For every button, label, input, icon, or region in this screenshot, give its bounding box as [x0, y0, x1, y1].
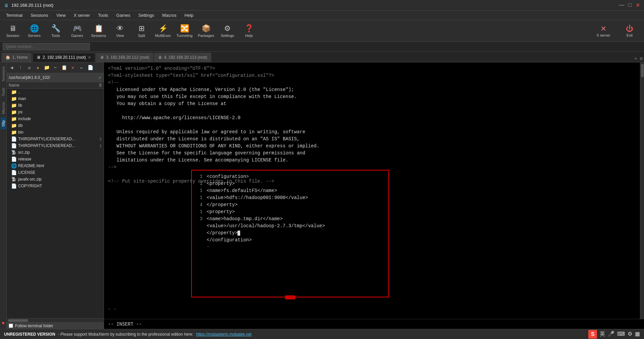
list-item[interactable]: 🗜 src.zip: [7, 149, 104, 156]
fp-rename-button[interactable]: ✏: [78, 64, 85, 71]
toolbar-view[interactable]: 👁 View: [110, 21, 130, 40]
mic-icon[interactable]: 🎤: [608, 331, 614, 338]
fp-folder-button[interactable]: 📁: [43, 64, 50, 71]
list-item[interactable]: 📁 lib: [7, 102, 104, 109]
right-scrollbar[interactable]: [640, 62, 644, 319]
menu-games[interactable]: Games: [113, 12, 134, 18]
toolbar-split[interactable]: ⊞ Split: [131, 21, 152, 40]
list-item[interactable]: 📁 include: [7, 115, 104, 122]
toolbar-sessions[interactable]: 📋 Sessions: [89, 21, 109, 40]
xserver-label: X server: [597, 33, 610, 37]
tab-ssh3-icon: 🖥: [158, 55, 162, 60]
list-item[interactable]: 📁 db: [7, 122, 104, 129]
menu-sessions[interactable]: Sessions: [27, 12, 52, 18]
term-line-15: -->: [108, 164, 116, 170]
close-button[interactable]: ✕: [636, 2, 640, 8]
main-layout: Sessions Tools Macros Sftp ● ◀ ↑ ↺ ★ 📁 ✂…: [0, 62, 644, 329]
unregistered-label: UNREGISTERED VERSION: [4, 332, 55, 337]
toolbar-exit[interactable]: ⏻ Exit: [618, 21, 641, 40]
menu-terminal[interactable]: Terminal: [3, 12, 26, 18]
maximize-button[interactable]: □: [628, 2, 632, 8]
tab-ssh2[interactable]: 🖥 3. 192.168.20.112 (root): [96, 53, 153, 62]
toolbar-xserver[interactable]: ✕ X server: [592, 21, 615, 40]
h-scrollbar[interactable]: [7, 318, 104, 322]
tab-ssh3[interactable]: 🖥 4. 192.168.20.113 (root): [154, 53, 211, 62]
list-item[interactable]: 🌐 README.html: [7, 162, 104, 169]
fp-up-button[interactable]: ↑: [17, 64, 24, 71]
menu-tools[interactable]: Tools: [95, 12, 111, 18]
menu-help[interactable]: Help: [181, 12, 197, 18]
toolbar-help[interactable]: ❓ Help: [239, 21, 259, 40]
file-name: db: [18, 123, 90, 128]
path-check-button[interactable]: ✓: [98, 74, 102, 81]
side-tab-sftp[interactable]: Sftp: [1, 117, 6, 130]
xserver-icon: ✕: [600, 25, 606, 33]
file-name: README.html: [18, 163, 90, 168]
list-item[interactable]: 📁 ..: [7, 89, 104, 95]
list-item[interactable]: 📄 THIRDPARTYLICENSEREAD... 1: [7, 142, 104, 149]
split-icon: ⊞: [139, 24, 145, 33]
list-item[interactable]: 📁 man: [7, 95, 104, 102]
toolbar-settings[interactable]: ⚙ Settings: [217, 21, 237, 40]
list-item[interactable]: 📁 jre: [7, 109, 104, 115]
terminal-area[interactable]: <?xml version="1.0" encoding="UTF-8"?> <…: [104, 62, 644, 329]
menu-macros[interactable]: Macros: [159, 12, 180, 18]
side-tab-tools[interactable]: Tools: [1, 85, 6, 99]
list-item[interactable]: 🗜 javafx-src.zip: [7, 176, 104, 183]
toolbar-servers[interactable]: 🌐 Servers: [24, 21, 44, 40]
file-name: src.zip: [18, 150, 90, 155]
toolbar-games[interactable]: 🎮 Games: [67, 21, 87, 40]
side-tab-indicator[interactable]: ●: [2, 320, 5, 326]
tab-options-button[interactable]: ⚙: [640, 56, 643, 61]
term-line-8: http://www.apache.org/licenses/LICENSE-2…: [108, 115, 240, 120]
fp-copy-button[interactable]: 📋: [60, 64, 68, 71]
tools-icon: 🔧: [51, 24, 60, 33]
toolbar-packages[interactable]: 📦 Packages: [196, 21, 216, 40]
tab-ssh1[interactable]: 🖥 2. 192.168.20.111 (root) ✕: [32, 53, 95, 62]
file-panel-bottom: Follow terminal folder: [7, 322, 104, 329]
menu-view[interactable]: View: [53, 12, 69, 18]
new-tab-button[interactable]: +: [634, 56, 637, 61]
term-line-2: <?xml-stylesheet type="text/xsl" href="c…: [108, 73, 274, 78]
fp-cut-button[interactable]: ✂: [52, 64, 59, 71]
follow-terminal-checkbox[interactable]: [9, 324, 13, 328]
term-line-4: Licensed under the Apache License, Versi…: [108, 87, 294, 92]
list-item[interactable]: 📄 COPYRIGHT: [7, 183, 104, 189]
grid-icon[interactable]: ▦: [635, 331, 640, 338]
list-item[interactable]: 📄 LICENSE: [7, 169, 104, 176]
file-list-header: Name S: [7, 82, 104, 89]
mobatek-link[interactable]: https://mobaxterm.mobatek.net: [196, 332, 251, 337]
quick-connect-input[interactable]: [3, 43, 90, 50]
menu-xserver[interactable]: X server: [70, 12, 93, 18]
toolbar-tools[interactable]: 🔧 Tools: [46, 21, 66, 40]
terminal-content[interactable]: <?xml version="1.0" encoding="UTF-8"?> <…: [104, 62, 644, 319]
fp-back-button[interactable]: ◀: [8, 64, 15, 71]
side-tab-sessions[interactable]: Sessions: [1, 64, 6, 84]
fp-refresh-button[interactable]: ↺: [25, 64, 33, 71]
file-list: 📁 .. 📁 man 📁 lib 📁 jre 📁 includ: [7, 89, 104, 318]
tools-label: Tools: [51, 34, 60, 38]
fp-delete-button[interactable]: ✕: [69, 64, 76, 71]
file-name: THIRDPARTYLICENSEREAD...: [18, 137, 90, 141]
keyboard-icon[interactable]: ⌨: [617, 331, 625, 338]
menu-settings[interactable]: Settings: [135, 12, 158, 18]
term-line-1: <?xml version="1.0" encoding="UTF-8"?>: [108, 66, 215, 71]
side-tab-macros[interactable]: Macros: [1, 99, 6, 117]
fp-home-button[interactable]: ★: [34, 64, 42, 71]
games-icon: 🎮: [73, 24, 82, 33]
toolbar-multiexec[interactable]: ⚡ MultiExec: [153, 21, 173, 40]
tab-home[interactable]: 🏠 1. Home: [1, 53, 32, 62]
tab-ssh3-label: 4. 192.168.20.113 (root): [164, 55, 207, 60]
fp-new-button[interactable]: 📄: [87, 64, 94, 71]
toolbar-tunneling[interactable]: 🔀 Tunneling: [174, 21, 195, 40]
insert-mode-indicator: -- INSERT --: [108, 322, 142, 327]
tab-ssh1-close[interactable]: ✕: [88, 55, 91, 60]
list-item[interactable]: 📄 THIRDPARTYLICENSEREAD... 1: [7, 136, 104, 142]
path-input[interactable]: [9, 75, 97, 80]
lang-icon[interactable]: 英: [600, 331, 605, 338]
list-item[interactable]: 📄 release: [7, 156, 104, 162]
toolbar-session[interactable]: 🖥 Session: [3, 21, 23, 40]
minimize-button[interactable]: —: [619, 2, 624, 8]
list-item[interactable]: 📁 bin: [7, 129, 104, 136]
config-icon[interactable]: ⚙: [628, 331, 632, 338]
